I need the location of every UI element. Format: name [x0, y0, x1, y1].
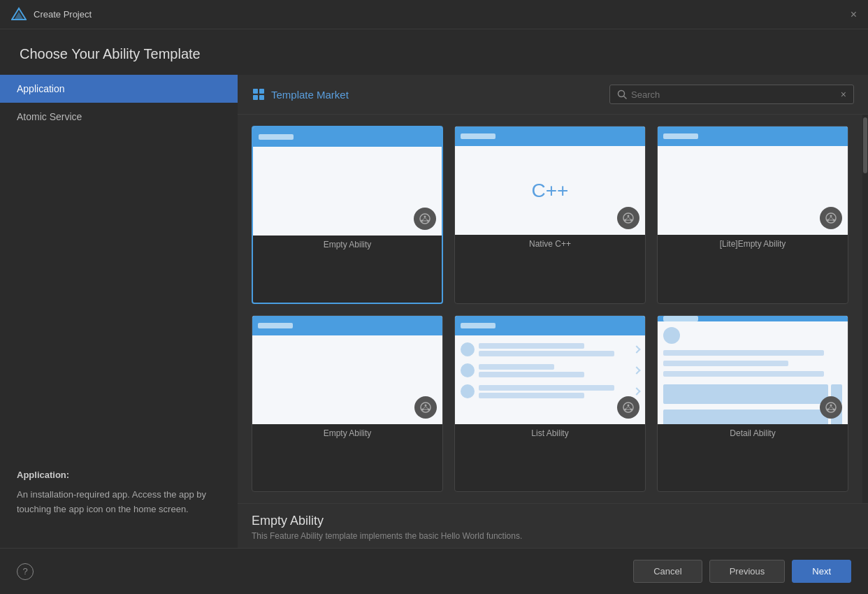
badge-3: [820, 207, 842, 229]
content-area: Template Market ×: [238, 75, 868, 548]
page-title: Choose Your Ability Template: [0, 29, 868, 75]
description-title: Application:: [17, 468, 221, 483]
svg-rect-5: [259, 95, 264, 100]
title-bar-left: Create Project: [11, 7, 92, 22]
template-card-empty-ability[interactable]: Empty Ability: [252, 126, 443, 304]
svg-line-34: [426, 407, 429, 410]
window-title: Create Project: [34, 9, 92, 20]
phone-mockup-6: [658, 316, 848, 424]
scrollbar-track[interactable]: [862, 115, 868, 503]
badge-6: [820, 396, 842, 419]
template-card-detail-ability[interactable]: Detail Ability: [657, 315, 848, 492]
selected-template-name: Empty Ability: [252, 514, 854, 528]
svg-line-33: [423, 407, 426, 410]
svg-point-9: [424, 216, 426, 218]
search-clear-icon[interactable]: ×: [841, 89, 846, 100]
svg-point-30: [425, 405, 427, 407]
template-market-label: Template Market: [252, 87, 349, 101]
sidebar-item-application[interactable]: Application: [0, 75, 238, 103]
main-layout: Application Atomic Service Application: …: [0, 75, 868, 548]
sidebar-item-atomic-service[interactable]: Atomic Service: [0, 103, 238, 131]
svg-rect-3: [259, 89, 264, 94]
phone-mockup-4: [252, 316, 442, 424]
badge-icon-5: [622, 401, 635, 414]
badge-5: [617, 396, 639, 419]
template-card-empty-ability-2[interactable]: Empty Ability: [252, 315, 443, 492]
help-button[interactable]: ?: [17, 563, 34, 580]
description-text: An installation-required app. Access the…: [17, 488, 221, 517]
svg-line-13: [425, 218, 428, 222]
template-label-2: Native C++: [526, 235, 574, 254]
badge-icon-1: [419, 212, 431, 225]
bottom-buttons: Cancel Previous Next: [633, 560, 851, 583]
svg-rect-2: [253, 89, 258, 94]
phone-mockup-1: [253, 127, 442, 236]
template-label-5: List Ability: [528, 424, 571, 444]
sidebar-description: Application: An installation-required ap…: [0, 451, 238, 534]
badge-2: [617, 207, 639, 229]
svg-point-22: [826, 213, 836, 223]
svg-point-43: [826, 403, 836, 412]
phone-mockup-5: [455, 316, 645, 424]
sidebar: Application Atomic Service Application: …: [0, 75, 238, 548]
svg-point-8: [420, 214, 430, 224]
cpp-icon: C++: [532, 180, 569, 202]
badge-icon-2: [622, 212, 635, 224]
badge-4: [414, 396, 437, 419]
scrollbar-thumb[interactable]: [863, 117, 867, 173]
svg-line-48: [831, 407, 834, 410]
badge-icon-3: [825, 212, 837, 224]
svg-point-29: [421, 403, 431, 412]
bottom-bar: ? Cancel Previous Next: [0, 548, 868, 594]
badge-icon-4: [419, 401, 432, 414]
previous-button[interactable]: Previous: [709, 560, 786, 583]
template-card-native-cpp[interactable]: C++: [454, 126, 646, 304]
svg-point-15: [623, 213, 633, 223]
template-label-1: Empty Ability: [321, 236, 375, 255]
template-header: Template Market ×: [238, 75, 868, 115]
app-logo-icon: [11, 7, 27, 22]
phone-mockup-3: [658, 126, 848, 235]
template-label-4: Empty Ability: [321, 424, 375, 444]
market-icon: [252, 87, 266, 101]
selected-template-desc: This Feature Ability template implements…: [252, 531, 854, 541]
badge-icon-6: [825, 401, 837, 414]
selected-template-info: Empty Ability This Feature Ability templ…: [238, 503, 868, 548]
search-input[interactable]: [631, 89, 837, 100]
svg-line-41: [628, 407, 632, 410]
template-card-list-ability[interactable]: List Ability: [454, 315, 646, 492]
templates-grid: Empty Ability C++: [238, 115, 862, 503]
search-icon: [617, 89, 627, 99]
template-label-3: [Lite]Empty Ability: [717, 235, 789, 254]
search-box[interactable]: ×: [609, 85, 854, 104]
svg-point-37: [628, 405, 630, 407]
svg-line-19: [625, 217, 629, 221]
template-card-lite-empty[interactable]: [Lite]Empty Ability: [657, 126, 848, 304]
svg-line-7: [624, 96, 627, 99]
svg-point-23: [830, 215, 832, 217]
svg-line-20: [628, 217, 632, 221]
badge-1: [414, 208, 436, 230]
svg-line-40: [625, 407, 629, 410]
svg-line-47: [828, 407, 832, 410]
phone-mockup-2: C++: [455, 126, 645, 235]
template-market-text: Template Market: [271, 89, 349, 101]
svg-rect-4: [253, 95, 258, 100]
svg-point-36: [623, 403, 633, 412]
svg-point-44: [830, 405, 832, 407]
svg-point-16: [628, 215, 630, 217]
svg-line-12: [422, 218, 426, 222]
title-bar: Create Project ×: [0, 0, 868, 29]
template-label-6: Detail Ability: [727, 424, 778, 444]
svg-line-26: [828, 217, 832, 221]
svg-line-27: [831, 217, 834, 221]
cancel-button[interactable]: Cancel: [633, 560, 702, 583]
close-button[interactable]: ×: [851, 9, 857, 20]
grid-scroll-wrapper: Empty Ability C++: [238, 115, 868, 503]
next-button[interactable]: Next: [792, 560, 851, 583]
